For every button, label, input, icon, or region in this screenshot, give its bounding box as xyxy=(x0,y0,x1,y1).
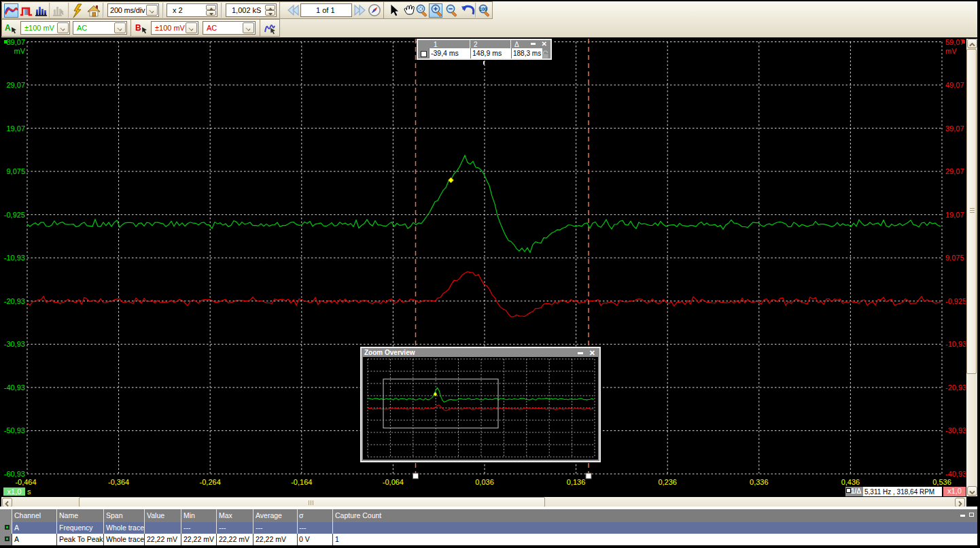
svg-text:29,07: 29,07 xyxy=(6,81,25,89)
svg-text:-0,264: -0,264 xyxy=(200,478,221,486)
svg-text:9,075: 9,075 xyxy=(945,254,964,262)
svg-text:39,07: 39,07 xyxy=(945,124,964,133)
svg-text:-0,925: -0,925 xyxy=(4,211,25,219)
svg-text:29,07: 29,07 xyxy=(945,167,964,175)
svg-text:19,07: 19,07 xyxy=(6,124,25,133)
svg-text:0,236: 0,236 xyxy=(658,478,677,486)
svg-text:-0,464: -0,464 xyxy=(15,478,36,486)
svg-text:0,136: 0,136 xyxy=(567,478,586,486)
svg-text:-0,064: -0,064 xyxy=(383,478,404,486)
svg-text:-10,93: -10,93 xyxy=(4,254,25,262)
svg-text:0,036: 0,036 xyxy=(475,478,494,486)
svg-text:0,536: 0,536 xyxy=(932,478,951,486)
svg-text:0,336: 0,336 xyxy=(750,478,769,486)
svg-text:0,436: 0,436 xyxy=(841,478,860,486)
svg-text:59,07: 59,07 xyxy=(945,38,964,46)
svg-text:-0,925: -0,925 xyxy=(945,297,966,305)
svg-text:39,07: 39,07 xyxy=(6,38,25,46)
svg-text:mV: mV xyxy=(945,47,957,55)
svg-text:-20,93: -20,93 xyxy=(4,297,25,305)
svg-text:-40,93: -40,93 xyxy=(4,383,25,392)
svg-text:-50,93: -50,93 xyxy=(4,426,25,434)
svg-text:-30,93: -30,93 xyxy=(4,340,25,348)
svg-text:19,07: 19,07 xyxy=(945,211,964,219)
svg-text:49,07: 49,07 xyxy=(945,81,964,89)
svg-text:mV: mV xyxy=(14,47,26,55)
svg-text:-60,93: -60,93 xyxy=(4,470,25,478)
svg-text:100: 100 xyxy=(480,7,487,12)
svg-text:-0,164: -0,164 xyxy=(291,478,312,486)
svg-text:-30,93: -30,93 xyxy=(945,426,966,434)
svg-text:-10,93: -10,93 xyxy=(945,340,966,348)
svg-text:-0,364: -0,364 xyxy=(108,478,129,486)
svg-text:-20,93: -20,93 xyxy=(945,383,966,392)
svg-text:-40,93: -40,93 xyxy=(945,470,966,478)
svg-text:9,075: 9,075 xyxy=(6,167,25,175)
